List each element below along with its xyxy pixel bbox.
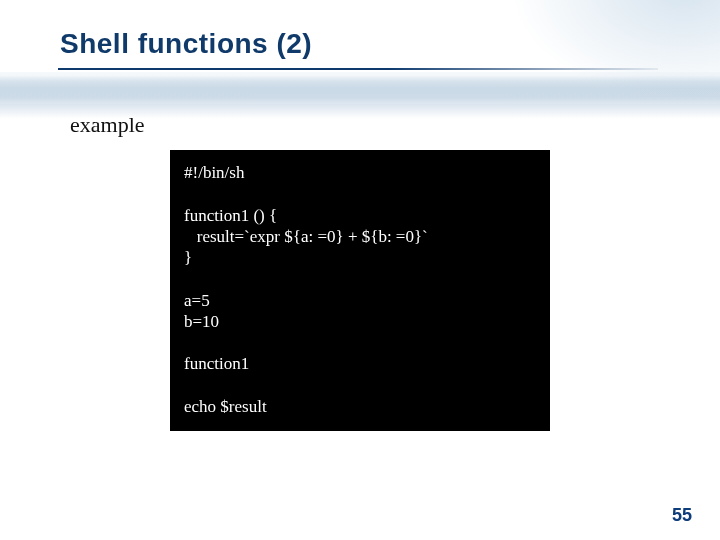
- code-echo: echo $result: [184, 397, 267, 416]
- code-func-body: result=`expr ${a: =0} + ${b: =0}`: [184, 227, 428, 246]
- slide-title: Shell functions (2): [60, 28, 312, 60]
- code-func-open: function1 () {: [184, 206, 277, 225]
- page-number: 55: [672, 505, 692, 526]
- slide: Shell functions (2) example #!/bin/sh fu…: [0, 0, 720, 540]
- code-block: #!/bin/sh function1 () { result=`expr ${…: [170, 150, 550, 431]
- code-shebang: #!/bin/sh: [184, 163, 244, 182]
- code-func-close: }: [184, 248, 192, 267]
- header-band: [0, 72, 720, 104]
- code-assign-a: a=5: [184, 291, 210, 310]
- example-label: example: [70, 112, 145, 138]
- code-assign-b: b=10: [184, 312, 219, 331]
- code-call: function1: [184, 354, 249, 373]
- title-underline: [58, 68, 658, 70]
